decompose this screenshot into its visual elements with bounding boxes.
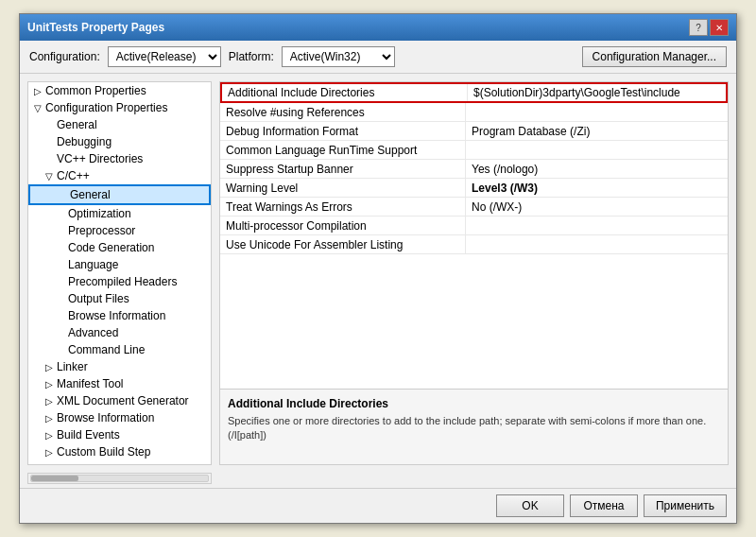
- scrollbar-area: [20, 473, 736, 488]
- tree-item-debugging[interactable]: Debugging: [28, 133, 211, 150]
- arrow-icon: ▷: [43, 413, 55, 424]
- prop-value-multiproc: [466, 217, 728, 234]
- tree-item-build-events[interactable]: ▷ Build Events: [28, 426, 211, 443]
- arrow-spacer: [55, 277, 66, 287]
- prop-name-treat-warnings: Treat Warnings As Errors: [220, 198, 466, 216]
- config-manager-button[interactable]: Configuration Manager...: [582, 46, 727, 67]
- prop-name-warning-level: Warning Level: [220, 179, 466, 197]
- arrow-icon: ▷: [43, 430, 55, 441]
- tree-item-label: Advanced: [68, 326, 118, 339]
- horizontal-scrollbar[interactable]: [27, 473, 212, 484]
- tree-item-config-props[interactable]: ▽ Configuration Properties: [28, 99, 211, 116]
- ok-button[interactable]: OK: [496, 494, 564, 517]
- tree-item-label: Optimization: [68, 207, 131, 220]
- tree-item-label: Precompiled Headers: [68, 275, 177, 288]
- close-button[interactable]: ✕: [710, 19, 729, 36]
- tree-item-code-analysis[interactable]: ▷ Code Analysis: [28, 460, 211, 465]
- arrow-spacer: [43, 154, 55, 165]
- tree-item-xml-doc[interactable]: ▷ XML Document Generator: [28, 392, 211, 409]
- prop-row-warning-level[interactable]: Warning Level Level3 (/W3): [220, 179, 728, 198]
- tree-item-manifest-tool[interactable]: ▷ Manifest Tool: [28, 375, 211, 392]
- tree-item-vc-dirs[interactable]: VC++ Directories: [28, 150, 211, 167]
- tree-item-label: Build Events: [57, 428, 120, 442]
- tree-item-label: Output Files: [68, 292, 129, 305]
- tree-item-label: Browse Information: [68, 309, 165, 322]
- prop-value-resolve-using: [466, 103, 728, 121]
- arrow-spacer: [55, 243, 66, 253]
- tree-item-preprocessor[interactable]: Preprocessor: [28, 222, 211, 239]
- tree-item-label: General: [57, 118, 97, 131]
- tree-item-label: Configuration Properties: [45, 101, 167, 114]
- cancel-button[interactable]: Отмена: [570, 494, 638, 517]
- arrow-icon: ▽: [32, 103, 43, 113]
- tree-item-label: Language: [68, 258, 118, 271]
- prop-value-add-include-dirs: $(SolutionDir)3dparty\GoogleTest\include: [468, 84, 726, 101]
- tree-item-label: Preprocessor: [68, 224, 135, 237]
- tree-item-precompiled[interactable]: Precompiled Headers: [28, 273, 211, 290]
- prop-name-unicode-asm: Use Unicode For Assembler Listing: [220, 235, 466, 253]
- tree-item-command-line[interactable]: Command Line: [28, 341, 211, 358]
- prop-value-debug-info: Program Database (/Zi): [466, 122, 728, 140]
- prop-value-suppress-banner: Yes (/nologo): [466, 160, 728, 178]
- description-text: Specifies one or more directories to add…: [228, 414, 720, 443]
- config-bar: Configuration: Active(Release) Platform:…: [20, 41, 736, 74]
- arrow-icon: ▷: [43, 362, 55, 372]
- tree-item-advanced[interactable]: Advanced: [28, 324, 211, 341]
- tree-item-output-files[interactable]: Output Files: [28, 290, 211, 307]
- tree-item-label: Command Line: [68, 343, 145, 356]
- prop-row-treat-warnings[interactable]: Treat Warnings As Errors No (/WX-): [220, 198, 728, 217]
- arrow-spacer: [55, 311, 66, 321]
- arrow-spacer: [55, 260, 66, 270]
- scroll-track: [30, 475, 209, 482]
- arrow-icon: ▷: [43, 379, 55, 390]
- tree-item-label: Custom Build Step: [57, 445, 150, 459]
- tree-item-browse-info-cpp[interactable]: Browse Information: [28, 307, 211, 324]
- arrow-icon: ▷: [43, 447, 55, 458]
- description-panel: Additional Include Directories Specifies…: [220, 389, 728, 464]
- arrow-spacer: [55, 226, 66, 236]
- tree-item-general[interactable]: General: [28, 116, 211, 133]
- spacer: [219, 473, 729, 484]
- platform-label: Platform:: [229, 50, 274, 63]
- prop-row-resolve-using[interactable]: Resolve #using References: [220, 103, 728, 122]
- configuration-select[interactable]: Active(Release): [108, 46, 221, 67]
- prop-row-unicode-asm[interactable]: Use Unicode For Assembler Listing: [220, 235, 728, 254]
- prop-value-clr-support: [466, 141, 728, 159]
- properties-table: Additional Include Directories $(Solutio…: [220, 82, 728, 389]
- right-properties-panel: Additional Include Directories $(Solutio…: [219, 81, 729, 465]
- platform-select[interactable]: Active(Win32): [282, 46, 395, 67]
- tree-item-language[interactable]: Language: [28, 256, 211, 273]
- prop-row-debug-info[interactable]: Debug Information Format Program Databas…: [220, 122, 728, 141]
- prop-name-clr-support: Common Language RunTime Support: [220, 141, 466, 159]
- title-bar-buttons: ? ✕: [689, 19, 729, 36]
- tree-item-optimization[interactable]: Optimization: [28, 205, 211, 222]
- prop-row-clr-support[interactable]: Common Language RunTime Support: [220, 141, 728, 160]
- prop-name-add-include-dirs: Additional Include Directories: [222, 84, 468, 101]
- prop-row-multiproc[interactable]: Multi-processor Compilation: [220, 217, 728, 235]
- tree-item-label: Code Analysis: [57, 462, 129, 465]
- prop-value-treat-warnings: No (/WX-): [466, 198, 728, 216]
- help-button[interactable]: ?: [689, 19, 708, 36]
- property-pages-dialog: UnitTests Property Pages ? ✕ Configurati…: [19, 13, 737, 524]
- arrow-icon: ▷: [43, 396, 55, 407]
- tree-item-label: General: [70, 188, 111, 201]
- dialog-title: UnitTests Property Pages: [27, 21, 164, 34]
- tree-item-common-props[interactable]: ▷ Common Properties: [28, 82, 211, 99]
- tree-item-cpp-general[interactable]: General: [28, 184, 211, 205]
- arrow-icon: ▷: [43, 464, 55, 466]
- tree-item-label: XML Document Generator: [57, 394, 189, 407]
- tree-item-browse-information[interactable]: ▷ Browse Information: [28, 409, 211, 426]
- tree-item-label: Common Properties: [45, 84, 146, 97]
- tree-item-code-gen[interactable]: Code Generation: [28, 239, 211, 256]
- tree-item-custom-build[interactable]: ▷ Custom Build Step: [28, 443, 211, 460]
- tree-item-label: Linker: [57, 360, 88, 373]
- arrow-spacer: [55, 209, 66, 219]
- prop-name-resolve-using: Resolve #using References: [220, 103, 466, 121]
- prop-row-suppress-banner[interactable]: Suppress Startup Banner Yes (/nologo): [220, 160, 728, 179]
- apply-button[interactable]: Применить: [644, 494, 727, 517]
- tree-item-cpp[interactable]: ▽ C/C++: [28, 167, 211, 184]
- tree-item-linker[interactable]: ▷ Linker: [28, 358, 211, 375]
- prop-row-add-include-dirs[interactable]: Additional Include Directories $(Solutio…: [220, 82, 728, 103]
- config-label: Configuration:: [29, 50, 100, 63]
- arrow-spacer: [55, 328, 66, 338]
